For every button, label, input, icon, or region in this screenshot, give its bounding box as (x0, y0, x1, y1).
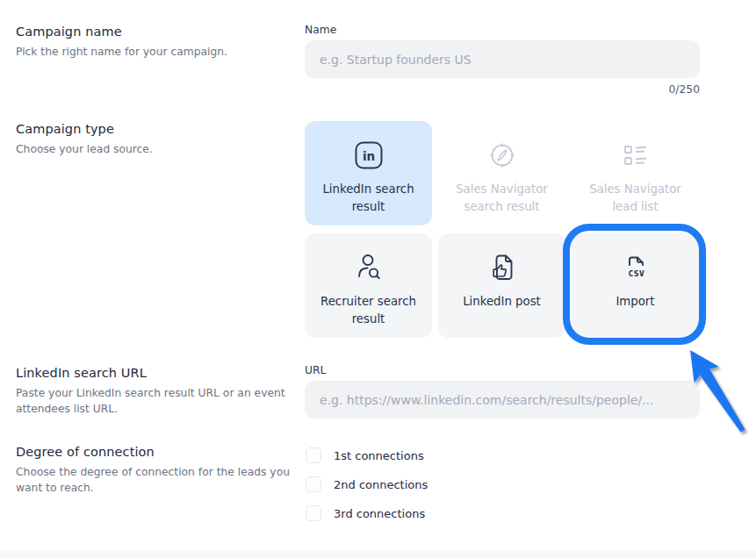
linkedin-post-icon (486, 250, 519, 285)
campaign-type-description: Choose your lead source. (16, 142, 290, 158)
linkedin-url-description: Paste your LinkedIn search result URL or… (16, 386, 290, 418)
degree-title: Degree of connection (16, 445, 290, 459)
card-label: Sales Navigator search result (438, 181, 565, 216)
degree-description: Choose the degree of connection for the … (16, 465, 290, 497)
campaign-form-page: Campaign name Pick the right name for yo… (0, 0, 756, 558)
card-import[interactable]: CSV Import (572, 233, 699, 338)
campaign-type-grid: in LinkedIn search result Sales Navigato… (305, 121, 699, 338)
section-linkedin-url: LinkedIn search URL Paste your LinkedIn … (16, 366, 290, 418)
campaign-name-input[interactable] (305, 40, 700, 78)
card-label: LinkedIn post (456, 293, 548, 311)
campaign-type-title: Campaign type (16, 122, 290, 136)
card-recruiter-search-result[interactable]: Recruiter search result (305, 233, 432, 338)
checkbox-row-2nd-connections[interactable]: 2nd connections (306, 476, 428, 492)
compass-icon (486, 138, 518, 173)
linkedin-url-input[interactable] (305, 381, 700, 418)
card-linkedin-post[interactable]: LinkedIn post (438, 233, 565, 338)
connection-degree-options: 1st connections 2nd connections 3rd conn… (306, 447, 428, 534)
checkbox-row-1st-connections[interactable]: 1st connections (306, 447, 428, 463)
checkbox-label: 2nd connections (334, 478, 428, 491)
linkedin-in-icon: in (352, 138, 385, 173)
url-field-label: URL (305, 364, 326, 376)
char-counter: 0/250 (305, 83, 700, 96)
campaign-name-title: Campaign name (16, 25, 290, 39)
checkbox-1st-connections[interactable] (306, 447, 321, 463)
linkedin-url-title: LinkedIn search URL (16, 366, 290, 380)
card-linkedin-search-result[interactable]: in LinkedIn search result (305, 121, 432, 225)
checkbox-row-3rd-connections[interactable]: 3rd connections (306, 505, 428, 521)
card-label: Recruiter search result (305, 293, 432, 328)
name-field-label: Name (305, 24, 336, 36)
recruiter-search-icon (352, 250, 385, 285)
section-campaign-name: Campaign name Pick the right name for yo… (16, 25, 290, 61)
csv-import-icon: CSV (619, 250, 652, 285)
section-campaign-type: Campaign type Choose your lead source. (16, 122, 290, 158)
checkbox-3rd-connections[interactable] (306, 505, 321, 521)
campaign-name-description: Pick the right name for your campaign. (16, 45, 290, 61)
card-sales-navigator-search-result[interactable]: Sales Navigator search result (438, 121, 565, 225)
card-sales-navigator-lead-list[interactable]: Sales Navigator lead list (572, 121, 699, 225)
card-label: LinkedIn search result (305, 181, 432, 216)
card-label: Import (608, 293, 661, 311)
checkbox-2nd-connections[interactable] (306, 476, 321, 492)
bottom-strip (0, 551, 756, 558)
svg-text:in: in (362, 149, 374, 163)
checkbox-label: 1st connections (334, 449, 424, 462)
svg-text:CSV: CSV (628, 268, 644, 278)
checkbox-label: 3rd connections (334, 507, 425, 520)
card-label: Sales Navigator lead list (572, 181, 699, 216)
lead-list-icon (620, 138, 652, 173)
section-degree-of-connection: Degree of connection Choose the degree o… (16, 445, 290, 497)
